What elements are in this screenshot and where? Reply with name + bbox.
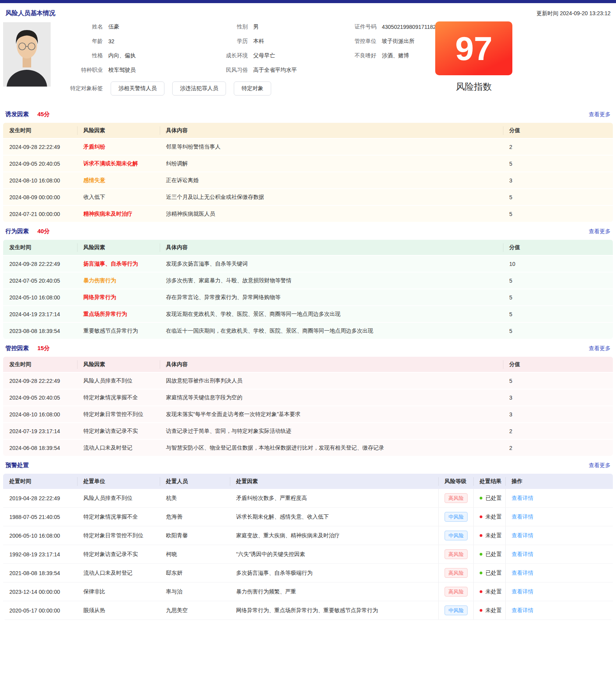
risk-score-value: 97 xyxy=(455,32,492,65)
profile-field: 姓名伍豪 xyxy=(65,22,210,31)
profile-field: 证件号码430502199809171182 xyxy=(339,22,439,31)
cell-time: 1992-08-19 23:17:14 xyxy=(3,551,77,558)
cell-content: 与智慧安防小区、物业登记居住数据，本地社保数据进行比对，发现有相关登记、缴存记录 xyxy=(160,444,503,451)
special-object-tag[interactable]: 涉违法犯罪人员 xyxy=(172,81,226,96)
view-detail-link[interactable]: 查看详情 xyxy=(512,551,533,558)
profile-field: 成长环境父母早亡 xyxy=(210,51,339,60)
risk-level-badge: 高风险 xyxy=(445,493,468,503)
table-row: 2024-07-21 00:00:00精神疾病未及时治疗涉精神疾病就医人员5 xyxy=(3,205,613,222)
cell-factor: 暴力伤害行为频繁、严重 xyxy=(230,588,438,595)
risk-level-badge: 中风险 xyxy=(445,512,468,522)
column-header: 处置人员 xyxy=(160,477,230,486)
view-detail-link[interactable]: 查看详情 xyxy=(512,588,533,595)
column-header: 处置单位 xyxy=(77,477,160,486)
risk-index-box: 97 风险指数 xyxy=(435,21,512,93)
table-row: 2024-05-10 16:08:00网络异常行为存在异常言论、异常搜索行为、异… xyxy=(3,289,613,305)
table-row: 2024-08-10 16:08:00感情失意正在诉讼离婚3 xyxy=(3,172,613,188)
cell-unit: 保律非比 xyxy=(77,588,160,595)
cell-content: 访查记录过于简单、雷同，与特定对象实际活动轨迹 xyxy=(160,428,503,435)
field-label: 性格 xyxy=(65,52,103,59)
result-text: 已处置 xyxy=(485,570,502,577)
cell-score: 2 xyxy=(503,428,613,434)
result-status-dot xyxy=(480,572,482,574)
cell-score: 5 xyxy=(503,211,613,217)
cell-unit: 特定对象日常管控不到位 xyxy=(77,532,160,539)
column-header: 具体内容 xyxy=(160,360,503,369)
cell-result: 已处置 xyxy=(473,489,505,507)
view-detail-link[interactable]: 查看详情 xyxy=(512,513,533,520)
avatar xyxy=(3,22,51,87)
cell-factor: 多次扬言滋事、自杀等极端行为 xyxy=(230,570,438,577)
view-more-link[interactable]: 查看更多 xyxy=(589,462,611,469)
result-status-dot xyxy=(480,534,482,537)
column-header: 风险因素 xyxy=(77,126,160,135)
cell-person: 危海善 xyxy=(160,513,230,520)
cell-time: 2024-04-19 23:17:14 xyxy=(3,311,77,317)
tags-label: 特定对象标签 xyxy=(65,85,103,92)
field-value: 男 xyxy=(253,23,259,30)
cell-score: 2 xyxy=(503,445,613,451)
profile-column: 证件号码430502199809171182管控单位坡子街派出所不良嗜好涉酒、赌… xyxy=(339,22,439,80)
cell-score: 3 xyxy=(503,411,613,418)
view-detail-link[interactable]: 查看详情 xyxy=(512,607,533,614)
cell-content: 在临近十一国庆期间，在党政机关、学校、医院、景区、商圈等同一地点周边多次出现 xyxy=(160,328,503,335)
cell-risk-level: 高风险 xyxy=(438,545,473,563)
cell-time: 2024-09-05 20:40:05 xyxy=(3,161,77,167)
cell-content: 涉精神疾病就医人员 xyxy=(160,211,503,218)
column-header: 处置因素 xyxy=(230,477,438,486)
field-value: 430502199809171182 xyxy=(382,24,436,30)
cell-action: 查看详情 xyxy=(505,564,613,582)
view-more-link[interactable]: 查看更多 xyxy=(589,111,611,118)
cell-action: 查看详情 xyxy=(505,489,613,507)
section-control: 管控因素15分查看更多发生时间风险因素具体内容分值2024-09-28 22:2… xyxy=(3,339,613,456)
section-header: 管控因素15分查看更多 xyxy=(3,339,613,357)
section-header: 诱发因素45分查看更多 xyxy=(3,105,613,123)
cell-factor: 矛盾纠纷次数多、严重程度高 xyxy=(230,495,438,502)
field-label: 管控单位 xyxy=(339,38,376,45)
column-header: 处置结果 xyxy=(473,477,505,486)
view-more-link[interactable]: 查看更多 xyxy=(589,228,611,235)
field-value: 坡子街派出所 xyxy=(382,38,415,45)
view-more-link[interactable]: 查看更多 xyxy=(589,345,611,352)
cell-score: 5 xyxy=(503,294,613,301)
cell-score: 5 xyxy=(503,161,613,167)
view-detail-link[interactable]: 查看详情 xyxy=(512,570,533,577)
profile-fields: 姓名伍豪年龄32性格内向、偏执特种职业校车驾驶员性别男学历本科成长环境父母早亡民… xyxy=(65,22,439,80)
cell-content: 近三个月及以上无公积金或社保缴存数据 xyxy=(160,194,503,201)
column-header: 操作 xyxy=(505,477,613,486)
result-status-dot xyxy=(480,609,482,612)
cell-content: 邻里等纠纷警情当事人 xyxy=(160,143,503,150)
cell-unit: 特定对象访查记录不实 xyxy=(77,551,160,558)
section-behavior: 行为因素40分查看更多发生时间风险因素具体内容分值2024-09-28 22:2… xyxy=(3,222,613,339)
table-row: 2019-04-28 22:22:49风险人员排查不到位杭美矛盾纠纷次数多、严重… xyxy=(3,489,613,508)
section-header: 预警处置查看更多 xyxy=(3,456,613,474)
cell-score: 5 xyxy=(503,328,613,334)
bottom-whitespace xyxy=(3,620,613,694)
special-object-tag[interactable]: 涉相关警情人员 xyxy=(111,81,164,96)
cell-action: 查看详情 xyxy=(505,508,613,526)
result-text: 未处置 xyxy=(485,607,502,614)
field-value: 父母早亡 xyxy=(253,52,275,59)
column-header: 发生时间 xyxy=(3,127,77,134)
table-row: 2024-09-28 22:22:49扬言滋事、自杀等行为发现多次扬言滋事、自杀… xyxy=(3,255,613,272)
cell-content: 家庭情况等关键信息字段为空的 xyxy=(160,394,503,401)
control-table: 发生时间风险因素具体内容分值2024-09-28 22:22:49风险人员排查不… xyxy=(3,357,613,456)
column-header: 发生时间 xyxy=(3,361,77,368)
cell-score: 5 xyxy=(503,311,613,317)
field-label: 性别 xyxy=(210,23,248,30)
tags-list: 涉相关警情人员涉违法犯罪人员特定对象 xyxy=(103,81,271,96)
view-detail-link[interactable]: 查看详情 xyxy=(512,495,533,502)
table-row: 2006-05-10 16:08:00特定对象日常管控不到位欧阳青馨家庭变故、重… xyxy=(3,526,613,545)
field-value: 高于全省平均水平 xyxy=(253,67,297,74)
cell-risk-factor: 诉求不满或长期未化解 xyxy=(77,160,160,167)
cell-score: 2 xyxy=(503,144,613,150)
cell-result: 未处置 xyxy=(473,526,505,545)
view-detail-link[interactable]: 查看详情 xyxy=(512,532,533,539)
table-row: 2024-08-10 16:08:00特定对象日常管控不到位发现未落实“每半年全… xyxy=(3,405,613,422)
field-value: 32 xyxy=(108,38,115,44)
disposal-table: 处置时间处置单位处置人员处置因素风险等级处置结果操作2019-04-28 22:… xyxy=(3,474,613,620)
cell-person: 柯晓 xyxy=(160,551,230,558)
table-row: 1992-08-19 23:17:14特定对象访查记录不实柯晓“六失”诱因中的关… xyxy=(3,545,613,564)
profile-field: 性格内向、偏执 xyxy=(65,51,210,60)
special-object-tag[interactable]: 特定对象 xyxy=(234,81,271,96)
